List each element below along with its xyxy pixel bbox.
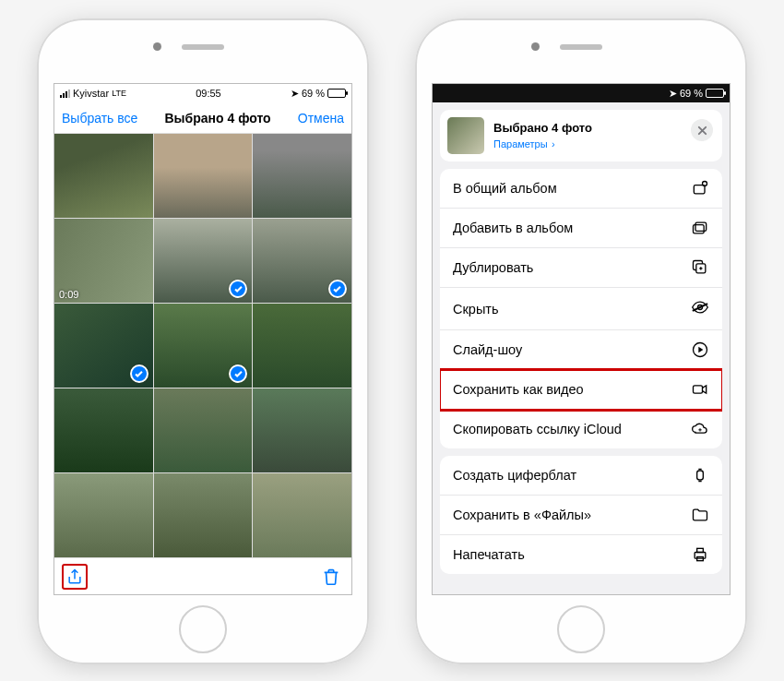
svg-rect-7 (694, 386, 703, 393)
close-icon (697, 125, 707, 136)
phone-right: ➤ 69 % Выбрано 4 фото Параметры › (415, 18, 747, 664)
action-label: Скопировать ссылку iCloud (453, 422, 622, 436)
battery-pct: 69 % (680, 88, 703, 99)
status-bar: Kyivstar LTE 09:55 ➤ 69 % (54, 84, 351, 102)
video-icon (691, 380, 709, 399)
photo-thumb[interactable] (253, 134, 351, 218)
folder-icon (691, 506, 709, 524)
action-label: Скрыть (453, 302, 499, 317)
check-icon (328, 280, 347, 298)
action-create-watchface[interactable]: Создать циферблат (440, 456, 722, 496)
action-slideshow[interactable]: Слайд-шоу (440, 330, 722, 370)
action-copy-icloud-link[interactable]: Скопировать ссылку iCloud (440, 410, 722, 448)
carrier-label: Kyivstar (73, 88, 109, 99)
trash-button[interactable] (318, 564, 344, 590)
photo-thumb[interactable] (54, 134, 153, 218)
action-save-to-files[interactable]: Сохранить в «Файлы» (440, 496, 722, 535)
trash-icon (321, 567, 341, 587)
icloud-link-icon (691, 420, 709, 438)
duplicate-icon (691, 258, 709, 277)
home-button[interactable] (557, 605, 605, 653)
action-hide[interactable]: Скрыть (440, 288, 722, 330)
photo-thumb[interactable] (253, 304, 351, 388)
photo-thumb[interactable] (154, 388, 253, 472)
photo-thumb[interactable] (253, 388, 351, 472)
photo-thumb[interactable] (54, 304, 153, 388)
action-print[interactable]: Напечатать (440, 535, 722, 574)
screen-photos: Kyivstar LTE 09:55 ➤ 69 % Выбрать все Вы… (53, 83, 352, 595)
photo-thumb[interactable]: 0:09 (54, 219, 153, 303)
clock: 09:55 (196, 88, 221, 99)
battery-icon (327, 89, 346, 98)
action-group-2: Создать циферблат Сохранить в «Файлы» На… (440, 456, 722, 574)
photo-thumb[interactable] (154, 304, 253, 388)
action-label: Добавить в альбом (453, 221, 573, 235)
close-button[interactable] (691, 119, 713, 141)
svg-rect-2 (694, 225, 705, 233)
action-group-1: В общий альбом Добавить в альбом Дублиро… (440, 169, 722, 448)
share-sheet: Выбрано 4 фото Параметры › В общий альбо… (433, 102, 730, 594)
screen-share-sheet: ➤ 69 % Выбрано 4 фото Параметры › (432, 83, 731, 595)
action-label: Создать циферблат (453, 468, 576, 483)
svg-rect-0 (694, 185, 705, 194)
location-icon: ➤ (669, 88, 677, 100)
photo-thumb[interactable] (253, 219, 351, 303)
location-icon: ➤ (291, 88, 299, 100)
add-album-icon (691, 219, 709, 237)
share-button[interactable] (62, 564, 88, 590)
action-label: Слайд-шоу (453, 342, 522, 357)
home-button[interactable] (179, 605, 227, 653)
svg-rect-9 (695, 553, 706, 559)
svg-rect-8 (697, 471, 704, 480)
shared-album-icon (691, 179, 709, 197)
lte-icon: LTE (112, 89, 126, 98)
action-shared-album[interactable]: В общий альбом (440, 169, 722, 209)
check-icon (229, 280, 247, 298)
action-label: Сохранить как видео (453, 382, 584, 397)
sheet-thumbnail (447, 117, 484, 154)
printer-icon (691, 545, 709, 564)
battery-pct: 69 % (302, 88, 325, 99)
play-icon (691, 340, 709, 359)
phone-left: Kyivstar LTE 09:55 ➤ 69 % Выбрать все Вы… (37, 18, 369, 664)
action-add-album[interactable]: Добавить в альбом (440, 209, 722, 248)
photo-thumb[interactable] (154, 134, 253, 218)
photo-thumb[interactable] (54, 473, 153, 557)
sheet-header: Выбрано 4 фото Параметры › (440, 110, 722, 161)
front-camera (153, 42, 161, 51)
action-label: В общий альбом (453, 181, 557, 196)
signal-icon (60, 90, 70, 98)
chevron-right-icon: › (552, 138, 555, 149)
front-camera (531, 42, 540, 51)
status-bar: ➤ 69 % (433, 84, 730, 102)
cancel-button[interactable]: Отмена (298, 111, 344, 125)
nav-bar: Выбрать все Выбрано 4 фото Отмена (54, 102, 351, 134)
video-duration: 0:09 (59, 289, 78, 300)
share-icon (65, 567, 84, 587)
select-all-button[interactable]: Выбрать все (62, 111, 137, 125)
watch-icon (691, 466, 709, 484)
sheet-options-button[interactable]: Параметры › (493, 135, 592, 151)
action-label: Напечатать (453, 547, 525, 562)
photo-thumb[interactable] (253, 473, 351, 557)
check-icon (130, 364, 148, 383)
svg-point-5 (698, 305, 703, 310)
battery-icon (706, 89, 724, 98)
action-label: Дублировать (453, 260, 533, 275)
check-icon (229, 364, 247, 383)
sheet-title: Выбрано 4 фото (493, 121, 592, 135)
svg-rect-10 (697, 548, 704, 552)
speaker (560, 44, 602, 50)
photo-thumb[interactable] (154, 473, 253, 557)
action-label: Сохранить в «Файлы» (453, 508, 591, 522)
action-duplicate[interactable]: Дублировать (440, 248, 722, 288)
svg-rect-3 (695, 222, 707, 231)
hide-icon (691, 298, 709, 319)
nav-title: Выбрано 4 фото (165, 111, 271, 125)
toolbar (54, 557, 351, 594)
photo-thumb[interactable] (154, 219, 253, 303)
photo-grid: 0:09 (54, 134, 351, 557)
speaker (182, 44, 224, 50)
action-save-as-video[interactable]: Сохранить как видео (440, 370, 722, 410)
photo-thumb[interactable] (54, 388, 153, 472)
